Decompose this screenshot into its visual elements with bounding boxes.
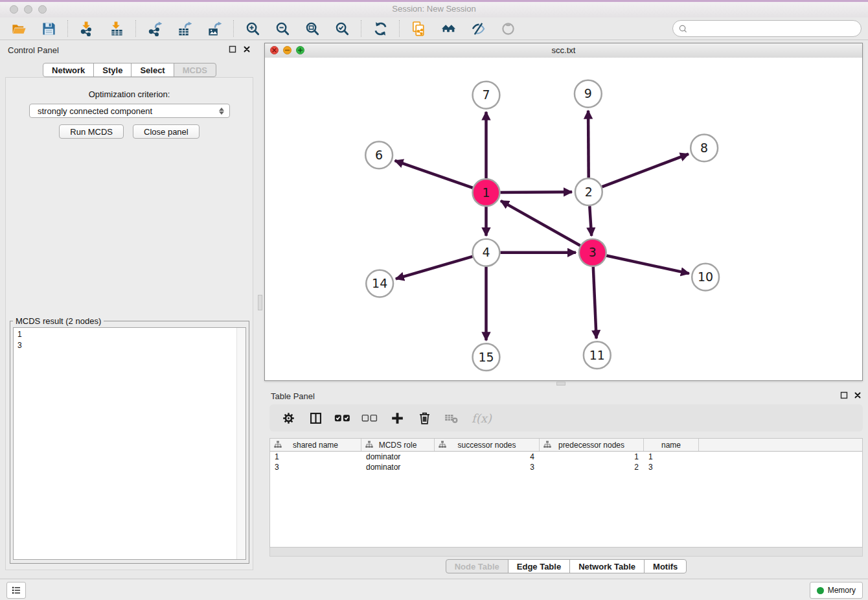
- mcds-result-title: MCDS result (2 nodes): [13, 316, 104, 326]
- table-tab-edge-table[interactable]: Edge Table: [508, 559, 570, 573]
- column-header-shared-name[interactable]: shared name: [270, 439, 361, 451]
- memory-status-icon: [817, 587, 824, 594]
- export-image-button[interactable]: [205, 19, 224, 38]
- table-cell[interactable]: 3: [435, 462, 540, 472]
- tab-select[interactable]: Select: [131, 63, 174, 77]
- table-panel-float-button[interactable]: [839, 391, 849, 400]
- network-canvas[interactable]: 1234678910111415: [265, 58, 862, 380]
- zoom-fit-icon: [305, 21, 320, 36]
- graph-node-label-15: 15: [478, 350, 494, 364]
- graph-edge-3-10[interactable]: [606, 255, 689, 273]
- graph-node-15[interactable]: 15: [473, 343, 500, 371]
- table-cell[interactable]: dominator: [361, 452, 435, 462]
- column-header-predecessor-nodes[interactable]: predecessor nodes: [540, 439, 644, 451]
- show-columns-icon: [309, 411, 323, 425]
- control-panel-float-button[interactable]: [228, 45, 237, 54]
- refresh-button[interactable]: [371, 19, 390, 38]
- deselect-all-icon: [361, 412, 378, 424]
- add-column-button[interactable]: [389, 410, 405, 426]
- graph-edge-1-6[interactable]: [395, 161, 473, 188]
- table-cell[interactable]: 1: [644, 452, 699, 462]
- node-table: shared nameMCDS rolesuccessor nodesprede…: [269, 438, 863, 548]
- zoom-out-button[interactable]: [273, 19, 292, 38]
- hide-glyphs-button[interactable]: [468, 19, 488, 38]
- horizontal-splitter[interactable]: [556, 382, 565, 386]
- control-panel-close-button[interactable]: [242, 45, 251, 54]
- table-settings-button[interactable]: [280, 410, 297, 426]
- close-panel-button[interactable]: Close panel: [133, 124, 200, 139]
- table-cell[interactable]: 2: [540, 462, 644, 472]
- select-all-button[interactable]: [334, 410, 351, 426]
- table-panel-close-button[interactable]: [853, 391, 862, 400]
- graph-node-label-3: 3: [589, 245, 597, 259]
- table-cell[interactable]: 1: [540, 452, 644, 462]
- export-table-button[interactable]: [175, 19, 194, 38]
- tab-network[interactable]: Network: [43, 63, 94, 77]
- graph-node-7[interactable]: 7: [473, 82, 500, 109]
- graph-node-10[interactable]: 10: [692, 264, 719, 291]
- graph-edge-2-8[interactable]: [602, 154, 689, 187]
- run-mcds-button[interactable]: Run MCDS: [59, 124, 124, 139]
- table-tab-network-table[interactable]: Network Table: [569, 559, 645, 573]
- table-cell[interactable]: 3: [270, 462, 361, 472]
- criterion-select[interactable]: strongly connected component: [29, 104, 230, 118]
- delete-column-button[interactable]: [416, 410, 433, 426]
- search-input[interactable]: [688, 22, 861, 35]
- column-header-name[interactable]: name: [644, 439, 699, 451]
- graph-edge-2-3[interactable]: [589, 206, 591, 236]
- graph-node-6[interactable]: 6: [365, 141, 393, 168]
- table-cell[interactable]: 4: [435, 452, 540, 462]
- import-network-button[interactable]: [77, 19, 97, 38]
- list-icon: [10, 584, 22, 596]
- graph-edge-3-11[interactable]: [593, 267, 597, 339]
- vertical-splitter[interactable]: [258, 295, 262, 310]
- copy-network-button[interactable]: [409, 19, 428, 38]
- table-panel-header: Table Panel: [264, 386, 868, 406]
- show-glyphs-button[interactable]: [498, 19, 518, 38]
- memory-button[interactable]: Memory: [810, 582, 863, 599]
- mcds-buttons-row: Run MCDS Close panel: [6, 124, 253, 139]
- graph-node-8[interactable]: 8: [691, 135, 718, 162]
- column-header-mcds-role[interactable]: MCDS role: [361, 439, 435, 451]
- graph-node-3[interactable]: 3: [579, 239, 606, 266]
- search-box: [672, 20, 862, 37]
- graph-edge-1-2[interactable]: [500, 192, 572, 192]
- table-tab-node-table[interactable]: Node Table: [446, 559, 508, 573]
- graph-edge-4-14[interactable]: [396, 257, 472, 279]
- graph-edge-3-1[interactable]: [501, 201, 580, 246]
- table-cell[interactable]: 3: [644, 462, 699, 472]
- table-cell[interactable]: dominator: [361, 462, 435, 472]
- export-network-button[interactable]: [145, 19, 165, 38]
- toolbar-group: [5, 19, 62, 38]
- graph-node-9[interactable]: 9: [575, 80, 602, 108]
- graph-edge-2-9[interactable]: [588, 111, 589, 178]
- close-icon: [854, 391, 862, 399]
- column-header-successor-nodes[interactable]: successor nodes: [435, 439, 540, 451]
- task-history-button[interactable]: [6, 582, 26, 599]
- zoom-in-button[interactable]: [243, 19, 262, 38]
- graph-node-11[interactable]: 11: [584, 341, 611, 369]
- main-toolbar-groups: [5, 17, 521, 40]
- tab-mcds[interactable]: MCDS: [174, 63, 216, 77]
- zoom-selected-button[interactable]: [332, 19, 352, 38]
- graph-node-1[interactable]: 1: [473, 179, 500, 206]
- mcds-result-scrollbar[interactable]: [236, 328, 246, 559]
- graph-node-4[interactable]: 4: [473, 239, 500, 266]
- table-settings-icon: [282, 411, 295, 425]
- graph-node-label-2: 2: [585, 185, 593, 199]
- table-tab-motifs[interactable]: Motifs: [644, 559, 687, 573]
- save-session-button[interactable]: [39, 19, 58, 38]
- zoom-fit-button[interactable]: [303, 19, 322, 38]
- table-horizontal-scrollbar[interactable]: [269, 548, 863, 557]
- graph-node-14[interactable]: 14: [366, 270, 393, 297]
- open-file-button[interactable]: [9, 19, 29, 38]
- network-graph[interactable]: 1234678910111415: [265, 58, 862, 380]
- tab-style[interactable]: Style: [93, 63, 131, 77]
- table-cell[interactable]: 1: [270, 452, 361, 462]
- graph-node-2[interactable]: 2: [575, 178, 602, 205]
- home-button[interactable]: [439, 19, 458, 38]
- application-window: Session: New Session Control Panel Netwo…: [0, 0, 868, 600]
- deselect-all-button[interactable]: [361, 410, 378, 426]
- show-columns-button[interactable]: [307, 410, 324, 426]
- import-table-button[interactable]: [107, 19, 126, 38]
